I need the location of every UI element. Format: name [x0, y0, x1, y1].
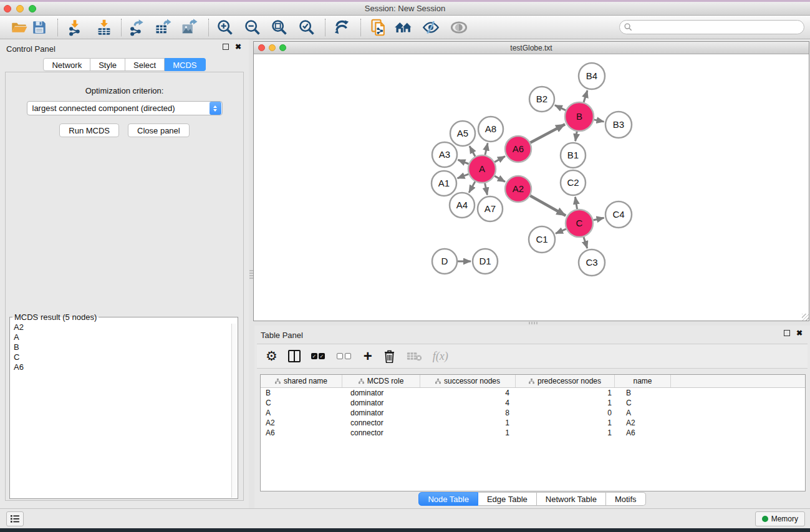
tab-node-table[interactable]: Node Table: [418, 492, 478, 506]
close-panel-icon[interactable]: ✖: [235, 44, 241, 50]
float-panel-icon[interactable]: [784, 330, 790, 336]
table-settings-icon[interactable]: ⚙: [266, 350, 277, 362]
tab-network[interactable]: Network: [43, 58, 90, 71]
minimize-network-button[interactable]: [269, 44, 276, 51]
column-header-shared-name[interactable]: shared name: [261, 375, 342, 387]
graph-node-B4[interactable]: B4: [579, 63, 605, 89]
memory-button[interactable]: Memory: [755, 511, 805, 526]
float-panel-icon[interactable]: [223, 44, 229, 50]
graph-edge-C-C2[interactable]: [575, 197, 577, 210]
graph-node-A8[interactable]: A8: [478, 117, 503, 142]
select-all-columns-icon[interactable]: ✓✓: [311, 353, 326, 359]
zoom-selected-icon[interactable]: [297, 17, 317, 37]
delete-table-icon[interactable]: [407, 351, 422, 362]
hide-graphics-details-icon[interactable]: [421, 17, 441, 37]
graph-edge-A-A5[interactable]: [470, 146, 475, 157]
birdseye-view-icon[interactable]: [449, 17, 469, 37]
close-network-button[interactable]: [258, 44, 265, 51]
delete-column-icon[interactable]: [383, 349, 396, 363]
tab-select[interactable]: Select: [125, 58, 165, 71]
window-resize-grip[interactable]: [802, 314, 809, 321]
export-image-icon[interactable]: [179, 17, 199, 37]
graph-edge-B-B4[interactable]: [584, 90, 587, 102]
graph-node-A6[interactable]: A6: [505, 136, 531, 162]
graph-node-A4[interactable]: A4: [450, 193, 475, 218]
column-header-MCDS-role[interactable]: MCDS role: [342, 375, 420, 387]
add-column-icon[interactable]: +: [364, 350, 372, 362]
result-scrollbar[interactable]: [231, 324, 237, 498]
result-item[interactable]: A: [14, 332, 238, 342]
column-header-predecessor-nodes[interactable]: predecessor nodes: [516, 375, 615, 387]
graph-edge-A-A2[interactable]: [494, 176, 505, 181]
refresh-icon[interactable]: [332, 17, 352, 37]
graph-node-C4[interactable]: C4: [605, 201, 632, 228]
zoom-fit-icon[interactable]: [269, 17, 289, 37]
zoom-network-button[interactable]: [279, 44, 286, 51]
mcds-result-list[interactable]: A2ABCA6: [10, 317, 238, 372]
function-builder-icon[interactable]: f(x): [433, 350, 448, 363]
run-mcds-button[interactable]: Run MCDS: [59, 123, 119, 137]
graph-edge-B-B2[interactable]: [555, 105, 566, 110]
graph-node-A[interactable]: A: [468, 155, 496, 183]
graph-edge-C-C3[interactable]: [584, 237, 587, 248]
network-canvas[interactable]: AA1A2A3A4A5A6A7A8BB1B2B3B4CC1C2C3C4DD1: [254, 54, 809, 321]
graph-edge-C-C1[interactable]: [556, 229, 566, 233]
graph-edge-B-B3[interactable]: [594, 120, 604, 122]
export-table-icon[interactable]: [153, 17, 173, 37]
export-network-icon[interactable]: [126, 17, 146, 37]
graph-node-B2[interactable]: B2: [529, 87, 554, 112]
graph-edge-A-A1[interactable]: [458, 174, 469, 178]
graph-node-A2[interactable]: A2: [505, 176, 531, 202]
tab-style[interactable]: Style: [90, 58, 125, 71]
table-row[interactable]: Cdominator41C: [261, 398, 805, 408]
network-graph[interactable]: AA1A2A3A4A5A6A7A8BB1B2B3B4CC1C2C3C4DD1: [254, 54, 809, 321]
result-item[interactable]: A2: [14, 322, 238, 332]
close-window-button[interactable]: [4, 5, 11, 12]
minimize-window-button[interactable]: [16, 5, 24, 12]
graph-node-B1[interactable]: B1: [561, 143, 586, 168]
graph-node-A7[interactable]: A7: [478, 196, 503, 221]
tab-edge-table[interactable]: Edge Table: [478, 492, 537, 506]
zoom-out-icon[interactable]: [243, 17, 263, 37]
save-session-icon[interactable]: [29, 17, 49, 37]
table-row[interactable]: Adominator80A: [261, 408, 805, 418]
column-header-successor-nodes[interactable]: successor nodes: [420, 375, 516, 387]
zoom-in-icon[interactable]: [215, 17, 235, 37]
tab-motifs[interactable]: Motifs: [606, 492, 646, 506]
table-row[interactable]: A6connector11A6: [261, 428, 805, 438]
graph-node-A5[interactable]: A5: [450, 121, 475, 146]
column-header-name[interactable]: name: [615, 375, 671, 387]
result-item[interactable]: B: [14, 342, 238, 352]
zoom-window-button[interactable]: [29, 5, 36, 12]
deselect-all-columns-icon[interactable]: [337, 353, 353, 359]
graph-edge-A-A8[interactable]: [485, 143, 488, 155]
tab-network-table[interactable]: Network Table: [537, 492, 606, 506]
import-network-icon[interactable]: [65, 17, 85, 37]
graph-edge-C-C4[interactable]: [593, 218, 604, 220]
graph-node-A3[interactable]: A3: [432, 142, 457, 167]
graph-edge-A-A4[interactable]: [469, 181, 475, 193]
graph-node-C2[interactable]: C2: [561, 170, 586, 195]
search-input[interactable]: [633, 22, 804, 33]
open-file-icon[interactable]: [9, 17, 29, 37]
graph-node-D1[interactable]: D1: [473, 249, 498, 274]
graph-node-A1[interactable]: A1: [432, 171, 456, 196]
graph-node-B3[interactable]: B3: [605, 112, 632, 138]
network-window-titlebar[interactable]: testGlobe.txt: [254, 42, 809, 54]
graph-node-C1[interactable]: C1: [529, 226, 555, 253]
graph-node-B[interactable]: B: [565, 102, 594, 131]
graph-edge-A2-C[interactable]: [530, 196, 566, 216]
criterion-select[interactable]: largest connected component (directed): [27, 101, 223, 115]
task-history-button[interactable]: [6, 511, 24, 526]
import-table-icon[interactable]: [94, 17, 114, 37]
graph-edge-A-A7[interactable]: [485, 183, 488, 195]
graph-edge-A-A6[interactable]: [494, 157, 505, 162]
clipboard-network-icon[interactable]: [369, 17, 388, 37]
column-view-icon[interactable]: [288, 350, 301, 362]
horizontal-splitter[interactable]: [254, 321, 810, 326]
graph-node-C3[interactable]: C3: [579, 249, 605, 276]
graph-edge-A6-B[interactable]: [530, 124, 565, 143]
graph-edge-B-B1[interactable]: [576, 132, 577, 142]
table-row[interactable]: Bdominator41B: [261, 388, 805, 398]
tab-mcds[interactable]: MCDS: [165, 58, 205, 71]
